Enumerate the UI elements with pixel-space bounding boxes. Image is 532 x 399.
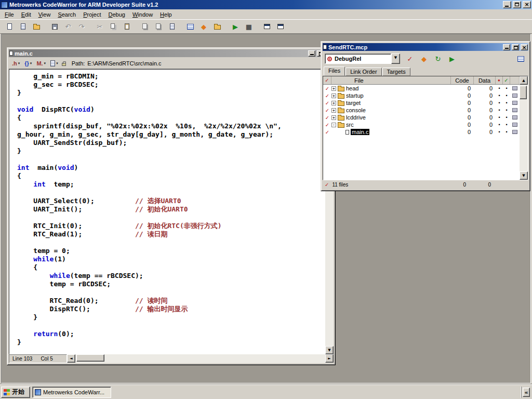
project-titlebar[interactable]: SendRTC.mcp [323, 43, 528, 51]
app-titlebar[interactable]: Metrowerks CodeWarrior for ARM Developer… [0, 0, 532, 9]
project-window[interactable]: SendRTC.mcp DebugRel ✓◆↻▶ Files [321, 41, 530, 191]
touch-check-icon[interactable]: ✓ [325, 115, 329, 121]
horizontal-scroll-thumb[interactable] [76, 354, 104, 362]
touch-check-icon[interactable]: ✓ [325, 108, 329, 113]
cut-button[interactable]: ✂ [94, 20, 106, 33]
debug-column-header[interactable]: ● [496, 76, 503, 84]
row-menu-button[interactable] [510, 94, 520, 98]
project-scrollbar[interactable] [520, 76, 528, 180]
target-selector[interactable]: DebugRel [325, 54, 400, 64]
run-button[interactable]: ▶ [229, 20, 242, 33]
project-row[interactable]: ✓-src00•• [323, 121, 520, 128]
row-menu-button[interactable] [510, 101, 520, 105]
check-syntax-button[interactable] [166, 20, 178, 33]
editor-horizontal-scrollbar[interactable] [67, 354, 334, 363]
open-folder-button[interactable] [30, 20, 43, 33]
menu-edit[interactable]: Edit [18, 10, 35, 19]
minimize-button[interactable] [503, 1, 511, 8]
touch-column-header[interactable]: ✓ [323, 76, 331, 84]
code-area[interactable]: g_min = rBCDMIN; g_sec = rBCDSEC;} void … [9, 69, 325, 354]
data-column-header[interactable]: Data [474, 76, 496, 84]
project-minimize-button[interactable] [503, 44, 510, 50]
expand-toggle[interactable]: + [331, 101, 336, 105]
project-close-button[interactable] [521, 44, 528, 50]
target-field[interactable]: DebugRel [325, 54, 391, 64]
file-popup[interactable]: ▾ [49, 60, 59, 67]
project-scroll-down-button[interactable] [520, 171, 528, 180]
editor-minimize-button[interactable] [308, 50, 315, 57]
touch-check-icon[interactable]: ✓ [325, 86, 329, 91]
project-row[interactable]: ✓+console00•• [323, 107, 520, 114]
menu-project[interactable]: Project [79, 10, 104, 19]
markers-popup[interactable]: M.▾ [35, 60, 47, 67]
find-button[interactable] [139, 20, 151, 33]
project-scroll-track[interactable] [520, 85, 528, 171]
target-dropdown-button[interactable] [391, 54, 400, 64]
file-column-header[interactable]: File [331, 76, 451, 84]
scroll-right-button[interactable] [325, 354, 334, 363]
touch-check-icon[interactable]: ✓ [325, 122, 329, 128]
row-menu-button[interactable] [510, 108, 520, 112]
undo-button[interactable]: ↶ [62, 20, 74, 33]
menu-window[interactable]: Window [129, 10, 156, 19]
close-button[interactable] [523, 1, 531, 8]
editor-window[interactable]: main.c .h▾{}▾M.▾▾ Path: E:\ARM\SendRTC\s… [7, 47, 336, 365]
menu-debug[interactable]: Debug [105, 10, 129, 19]
tab-targets[interactable]: Targets [382, 68, 410, 76]
target-column-header[interactable]: ✓ [503, 76, 510, 84]
project-row[interactable]: ✓+lcddrive00•• [323, 114, 520, 121]
save-button[interactable] [48, 20, 61, 33]
project-maximize-button[interactable] [512, 44, 519, 50]
interface-popup[interactable]: .h▾ [11, 60, 21, 67]
touch-check-icon[interactable]: ✓ [325, 129, 329, 135]
tab-link-order[interactable]: Link Order [345, 68, 381, 76]
menu-help[interactable]: Help [156, 10, 176, 19]
redo-button[interactable]: ↷ [75, 20, 88, 33]
scroll-left-button[interactable] [67, 354, 75, 363]
open-file-button[interactable] [17, 20, 29, 33]
cascade-windows-button[interactable] [274, 20, 287, 33]
row-menu-button[interactable] [510, 86, 520, 90]
expand-toggle[interactable]: + [331, 94, 336, 98]
expand-toggle[interactable]: + [331, 115, 336, 120]
taskbar-app-button[interactable]: Metrowerks CodeWarr... [32, 387, 111, 398]
menu-file[interactable]: File [1, 10, 18, 19]
project-row[interactable]: ✓+target00•• [323, 99, 520, 107]
run-button[interactable]: ▶ [446, 53, 458, 64]
code-column-header[interactable]: Code [451, 76, 474, 84]
update-data-button[interactable]: ↻ [432, 53, 444, 64]
scroll-down-button[interactable] [325, 346, 334, 354]
make-button[interactable]: ◆ [197, 20, 210, 33]
expand-toggle[interactable]: - [331, 123, 336, 127]
paste-button[interactable] [121, 20, 133, 33]
tab-files[interactable]: Files [324, 66, 345, 76]
maximize-button[interactable] [513, 1, 521, 8]
project-scroll-up-button[interactable] [520, 76, 528, 85]
find-next-button[interactable] [152, 20, 165, 33]
copy-button[interactable] [107, 20, 119, 33]
tray-collapse-button[interactable]: « [523, 388, 530, 397]
menu-search[interactable]: Search [54, 10, 79, 19]
new-file-button[interactable] [3, 20, 16, 33]
make-button[interactable]: ◆ [418, 53, 430, 64]
start-button[interactable]: 开始 [1, 387, 30, 398]
expand-toggle[interactable]: + [331, 86, 336, 91]
functions-popup[interactable]: {}▾ [23, 60, 33, 67]
project-row[interactable]: ✓main.c00•• [323, 128, 520, 136]
expand-toggle[interactable]: + [331, 108, 336, 113]
entries-window-button[interactable] [184, 20, 196, 33]
editor-titlebar[interactable]: main.c [9, 49, 334, 57]
project-inspector-button[interactable] [515, 53, 526, 64]
touch-check-icon[interactable]: ✓ [325, 93, 329, 99]
menu-view[interactable]: View [35, 10, 55, 19]
touch-check-icon[interactable]: ✓ [325, 100, 329, 106]
tile-windows-button[interactable] [261, 20, 273, 33]
project-row[interactable]: ✓+startup00•• [323, 92, 520, 99]
lock-icon[interactable] [62, 63, 66, 66]
horizontal-scroll-track[interactable] [75, 354, 325, 363]
project-row[interactable]: ✓+head00•• [323, 85, 520, 92]
sync-folder-button[interactable] [211, 20, 223, 33]
row-menu-button[interactable] [510, 130, 520, 134]
project-scroll-thumb[interactable] [520, 86, 527, 99]
stop-button[interactable]: ■ [243, 20, 255, 33]
